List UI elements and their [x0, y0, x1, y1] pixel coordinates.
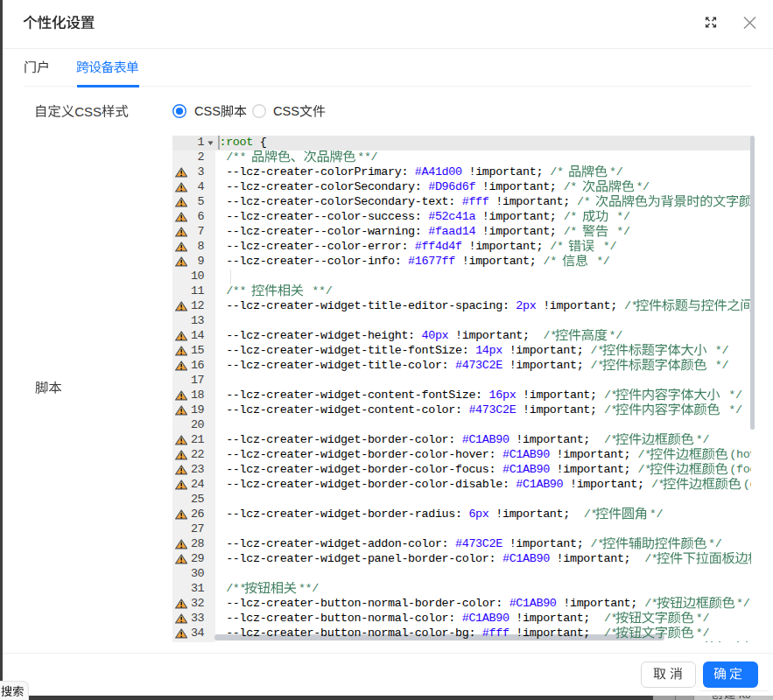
svg-text:CSS: CSS [273, 104, 299, 118]
svg-text:CSS: CSS [194, 104, 221, 118]
svg-text:K0: K0 [739, 696, 750, 700]
svg-text:CSS: CSS [74, 104, 102, 119]
